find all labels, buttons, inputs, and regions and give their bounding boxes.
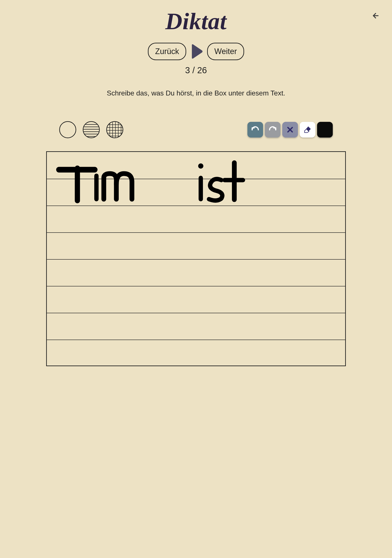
clear-button[interactable] — [282, 122, 298, 138]
edit-tool-group — [247, 122, 346, 138]
redo-icon — [268, 125, 277, 134]
ruled-line — [47, 259, 345, 260]
writing-canvas[interactable] — [46, 151, 346, 366]
playback-controls: Zurück Weiter — [148, 43, 244, 60]
eraser-icon — [303, 125, 312, 134]
progress-indicator: 3 / 26 — [185, 65, 207, 75]
redo-button[interactable] — [265, 122, 281, 138]
undo-button[interactable] — [247, 122, 263, 138]
page-title: Diktat — [165, 8, 227, 35]
background-pattern-group — [46, 121, 123, 138]
previous-button[interactable]: Zurück — [148, 43, 186, 60]
color-picker-button[interactable] — [317, 122, 333, 138]
ruled-line — [47, 340, 345, 340]
background-grid-button[interactable] — [106, 121, 123, 138]
lines-icon — [83, 122, 100, 138]
instruction-text: Schreibe das, was Du hörst, in die Box u… — [107, 89, 285, 97]
back-arrow-button[interactable] — [371, 10, 381, 21]
grid-icon — [107, 122, 123, 138]
play-icon — [190, 44, 203, 59]
svg-point-18 — [198, 164, 203, 169]
ruled-line — [47, 286, 345, 286]
background-blank-button[interactable] — [59, 121, 76, 138]
next-button[interactable]: Weiter — [207, 43, 244, 60]
close-icon — [286, 125, 294, 134]
play-button[interactable] — [190, 44, 203, 59]
handwriting-strokes — [47, 152, 345, 366]
eraser-button[interactable] — [300, 122, 315, 138]
ruled-line — [47, 206, 345, 206]
ruled-line — [47, 313, 345, 313]
arrow-left-icon — [372, 11, 380, 20]
ruled-line — [47, 232, 345, 233]
undo-icon — [251, 125, 260, 134]
ruled-line — [47, 179, 345, 179]
background-lines-button[interactable] — [83, 121, 100, 138]
